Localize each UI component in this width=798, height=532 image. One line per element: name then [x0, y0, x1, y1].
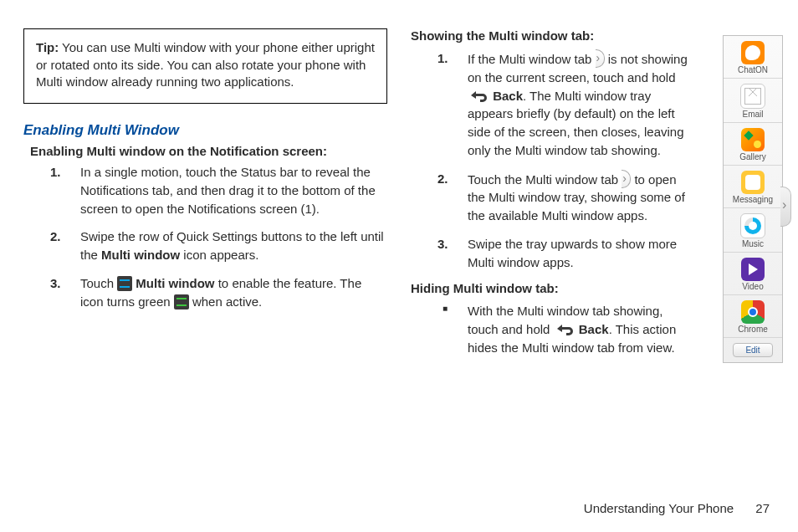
tip-prefix: Tip: — [36, 40, 59, 54]
tray-app-label: Chrome — [724, 325, 782, 334]
heading-enabling-multi-window: Enabling Multi Window — [23, 122, 387, 139]
tray-app-video[interactable]: Video — [724, 253, 782, 295]
hide-bullets: With the Multi window tab showing, touch… — [411, 302, 691, 356]
subhead-showing-tab: Showing the Multi window tab: — [411, 28, 691, 43]
multiwindow-tab-icon — [596, 49, 605, 68]
back-icon — [554, 320, 575, 337]
show-step-2: Touch the Multi window tab to open the M… — [437, 170, 691, 225]
tray-app-label: Messaging — [724, 196, 782, 204]
tray-app-label: ChatON — [724, 66, 782, 74]
show-step-1: If the Multi window tab is not showing o… — [437, 49, 691, 160]
enable-step-3: Touch Multi window to enable the feature… — [50, 274, 387, 311]
step-text: when active. — [189, 294, 263, 309]
tray-app-gallery[interactable]: Gallery — [724, 123, 782, 166]
enable-step-1: In a single motion, touch the Status bar… — [50, 163, 387, 217]
tray-app-label: Music — [724, 240, 782, 248]
step-text: Touch — [80, 276, 117, 290]
tray-app-label: Gallery — [724, 153, 782, 161]
tray-app-chaton[interactable]: ChatON — [724, 36, 782, 79]
tray-app-chrome[interactable]: Chrome — [724, 295, 782, 338]
bold-text: Back — [493, 89, 523, 103]
page-body: Tip: You can use Multi window with your … — [0, 0, 798, 452]
right-column: Showing the Multi window tab: If the Mul… — [411, 28, 691, 452]
hide-bullet-1: With the Multi window tab showing, touch… — [437, 302, 691, 356]
bold-text: Multi window — [101, 248, 180, 262]
show-step-3: Swipe the tray upwards to show more Mult… — [437, 235, 691, 272]
chrome-icon — [741, 300, 765, 324]
subhead-hiding-tab: Hiding Multi window tab: — [411, 281, 691, 295]
step-text: In a single motion, touch the Status bar… — [80, 165, 376, 216]
email-icon — [740, 84, 765, 109]
step-text: Touch the Multi window tab — [468, 172, 622, 187]
footer-section: Understanding Your Phone — [584, 501, 734, 515]
tray-handle-icon[interactable] — [780, 187, 791, 227]
tray-app-messaging[interactable]: Messaging — [724, 166, 782, 208]
chaton-icon — [741, 41, 765, 64]
back-icon — [468, 87, 489, 104]
show-steps: If the Multi window tab is not showing o… — [411, 49, 691, 271]
messaging-icon — [741, 171, 765, 194]
tip-box: Tip: You can use Multi window with your … — [23, 28, 387, 104]
gallery-icon — [741, 128, 765, 151]
video-icon — [741, 258, 765, 281]
tray-edit-button[interactable]: Edit — [733, 343, 773, 357]
multiwindow-icon-active — [174, 294, 189, 309]
multiwindow-tab-icon — [622, 170, 631, 188]
music-icon — [740, 213, 765, 238]
tray-app-email[interactable]: Email — [724, 79, 782, 123]
multiwindow-tray: ChatON Email Gallery Messaging Music Vid… — [723, 35, 783, 363]
footer-page-number: 27 — [755, 501, 770, 515]
tray-app-label: Email — [724, 110, 782, 119]
bold-text: Back — [579, 322, 609, 336]
step-text: icon appears. — [180, 248, 258, 262]
page-footer: Understanding Your Phone 27 — [584, 501, 770, 515]
step-text: If the Multi window tab — [468, 52, 596, 66]
tip-text: You can use Multi window with your phone… — [36, 40, 375, 89]
enable-steps: In a single motion, touch the Status bar… — [23, 163, 387, 310]
multiwindow-icon — [117, 276, 132, 291]
step-text: Swipe the tray upwards to show more Mult… — [468, 237, 677, 269]
tray-app-label: Video — [724, 283, 782, 291]
tray-app-music[interactable]: Music — [724, 208, 782, 253]
enable-step-2: Swipe the row of Quick Settings buttons … — [50, 228, 387, 264]
subhead-enable-notification: Enabling Multi window on the Notificatio… — [30, 144, 387, 158]
bold-text: Multi window — [132, 276, 214, 290]
left-column: Tip: You can use Multi window with your … — [23, 28, 387, 452]
